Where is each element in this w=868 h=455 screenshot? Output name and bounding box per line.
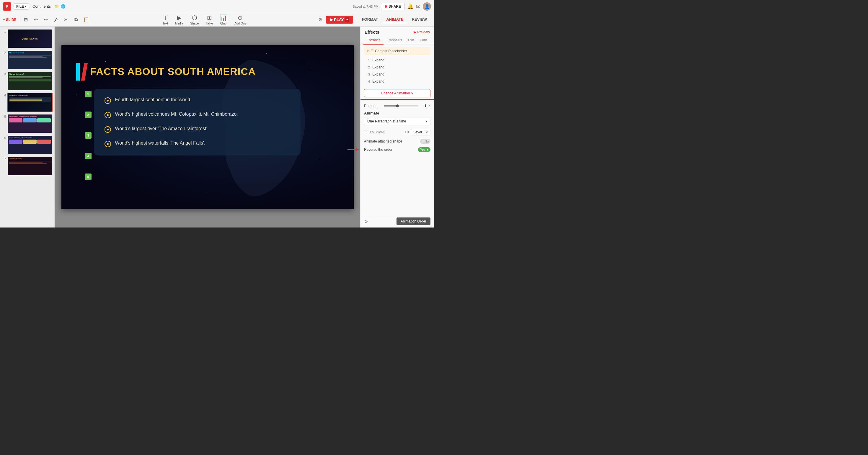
tool-chart[interactable]: 📊 Chart bbox=[217, 13, 230, 26]
placeholder-icon: ☰ bbox=[371, 49, 374, 53]
animate-section: Animate One Paragraph at a time ▾ bbox=[361, 109, 434, 127]
header-bar-blue bbox=[76, 63, 80, 80]
paste-button[interactable]: 📋 bbox=[82, 15, 91, 24]
tab-entrance[interactable]: Entrance bbox=[364, 36, 383, 44]
file-menu-button[interactable]: FILE ▾ bbox=[13, 3, 29, 10]
attached-shape-toggle[interactable]: || No bbox=[420, 139, 430, 144]
right-panel: Effects ▶ Preview Entrance Emphasis Exit… bbox=[360, 27, 434, 228]
anim-item-2[interactable]: 2 Expand bbox=[364, 64, 430, 71]
tool-shape[interactable]: ⬡ Shape bbox=[187, 13, 202, 26]
anim-item-3[interactable]: 3 Expand bbox=[364, 71, 430, 78]
duration-label: Duration bbox=[364, 104, 381, 108]
slide-thumb-3[interactable]: 3 What are Continents? bbox=[2, 71, 53, 91]
tab-review[interactable]: REVIEW bbox=[408, 16, 431, 23]
main-area: 1 CONTINENTS 2 What are Continents? 3 bbox=[0, 27, 434, 228]
reverse-order-row: Reverse the order Yes ● bbox=[361, 145, 434, 154]
slide-thumb-1[interactable]: 1 CONTINENTS bbox=[2, 29, 53, 48]
mail-icon[interactable]: ✉ bbox=[416, 3, 421, 10]
preview-button[interactable]: ▶ Preview bbox=[414, 30, 430, 34]
attached-shape-label: Animate attached shape bbox=[364, 139, 420, 143]
till-label: Till bbox=[404, 130, 409, 134]
slide-thumb-4[interactable]: 4 FACTS ABOUT SOUTH AMERICA bbox=[2, 93, 53, 112]
fact-circle-1 bbox=[104, 97, 111, 104]
effects-header: Effects ▶ Preview bbox=[361, 27, 434, 36]
copy-button[interactable]: ⧉ bbox=[72, 15, 81, 24]
by-checkbox[interactable] bbox=[364, 130, 368, 134]
table-icon: ⊞ bbox=[207, 14, 212, 21]
fact-circle-2 bbox=[104, 112, 111, 118]
content-box: Fourth largest continent in the world. W… bbox=[94, 89, 301, 156]
attached-shape-row: Animate attached shape || No bbox=[361, 137, 434, 145]
effect-tabs: Entrance Emphasis Exit Path bbox=[361, 36, 434, 45]
chart-icon: 📊 bbox=[220, 14, 227, 21]
tab-format[interactable]: FORMAT bbox=[358, 16, 382, 23]
till-dropdown[interactable]: Level 1 ▾ bbox=[411, 129, 430, 135]
duration-unit: s bbox=[429, 104, 431, 108]
layout-icon[interactable]: ⊟ bbox=[22, 15, 30, 24]
tab-animate[interactable]: ANIMATE bbox=[382, 16, 407, 23]
change-animation-button[interactable]: Change Animation ∨ bbox=[364, 89, 430, 97]
tool-addons[interactable]: ⊕ Add-Ons bbox=[231, 13, 249, 26]
reverse-order-toggle[interactable]: Yes ● bbox=[418, 147, 430, 152]
slide-thumb-5[interactable]: 5 North America is surrounded by four wa… bbox=[2, 114, 53, 133]
undo-button[interactable]: ↩ bbox=[32, 15, 40, 24]
header-bar-red bbox=[81, 63, 88, 80]
tool-text[interactable]: T Text bbox=[160, 13, 171, 26]
slide-title: FACTS ABOUT SOUTH AMERICA bbox=[90, 66, 256, 77]
slide-header: FACTS ABOUT SOUTH AMERICA bbox=[76, 63, 256, 80]
canvas-area[interactable]: FACTS ABOUT SOUTH AMERICA 1 2 3 4 5 Four… bbox=[55, 27, 360, 228]
app-logo: P bbox=[3, 2, 11, 11]
shape-icon: ⬡ bbox=[192, 14, 197, 21]
slide-panel: 1 CONTINENTS 2 What are Continents? 3 bbox=[0, 27, 55, 228]
play-button[interactable]: ▶ PLAY ▾ bbox=[326, 15, 353, 24]
toolbar: + SLIDE ⊟ ↩ ↪ 🖌 ✂ ⧉ 📋 T Text ▶ Media ⬡ S… bbox=[0, 13, 434, 27]
play-chevron-icon: ▾ bbox=[345, 18, 349, 22]
toggle-yes-icon: ● bbox=[427, 148, 429, 151]
file-chevron-icon: ▾ bbox=[25, 5, 26, 8]
fact-circle-4 bbox=[104, 141, 111, 147]
notifications-icon[interactable]: 🔔 bbox=[407, 3, 414, 10]
red-separator bbox=[361, 99, 434, 100]
content-placeholder-header[interactable]: ▼ ☰ Content Placeholder 1 bbox=[364, 47, 430, 55]
tab-exit[interactable]: Exit bbox=[405, 36, 417, 44]
duration-row: Duration 1 s bbox=[361, 103, 434, 109]
globe-icon: 🌐 bbox=[61, 4, 66, 8]
badge-5: 5 bbox=[85, 173, 92, 180]
tab-emphasis[interactable]: Emphasis bbox=[383, 36, 405, 44]
tool-table[interactable]: ⊞ Table bbox=[203, 13, 216, 26]
number-badges: 1 2 3 4 5 bbox=[85, 91, 92, 180]
duration-thumb bbox=[396, 104, 399, 107]
reverse-order-label: Reverse the order bbox=[364, 148, 418, 152]
badge-1: 1 bbox=[85, 91, 92, 97]
settings-icon[interactable]: ⚙ bbox=[318, 17, 322, 23]
slide-thumb-6[interactable]: 6 Africa is surrounded by four water bod… bbox=[2, 135, 53, 155]
add-slide-button[interactable]: + SLIDE bbox=[3, 18, 17, 22]
anim-item-4[interactable]: 4 Expand bbox=[364, 78, 430, 85]
tab-path[interactable]: Path bbox=[417, 36, 430, 44]
anim-item-1[interactable]: 1 Expand bbox=[364, 57, 430, 64]
cut-button[interactable]: ✂ bbox=[62, 15, 70, 24]
tool-media[interactable]: ▶ Media bbox=[172, 13, 186, 26]
slide-thumb-2[interactable]: 2 What are Continents? bbox=[2, 50, 53, 70]
dropdown-chevron-icon: ▾ bbox=[426, 119, 427, 123]
word-label: Word bbox=[376, 130, 384, 134]
user-avatar[interactable]: 👤 bbox=[423, 2, 431, 11]
format-painter-button[interactable]: 🖌 bbox=[52, 15, 61, 24]
center-toolbar: T Text ▶ Media ⬡ Shape ⊞ Table 📊 Chart ⊕… bbox=[160, 13, 249, 26]
animate-section-label: Animate bbox=[364, 111, 430, 116]
folder-icon: 📁 bbox=[54, 4, 59, 8]
badge-3: 3 bbox=[85, 132, 92, 139]
animation-order-button[interactable]: Animation Order bbox=[397, 218, 430, 225]
share-button[interactable]: SHARE bbox=[381, 3, 405, 10]
animate-dropdown[interactable]: One Paragraph at a time ▾ bbox=[364, 117, 430, 125]
by-row: By Word Till Level 1 ▾ bbox=[361, 127, 434, 137]
duration-slider[interactable] bbox=[384, 105, 418, 106]
slide-thumb-7[interactable]: 7 FACTS ABOUT EUROPE bbox=[2, 156, 53, 176]
redo-button[interactable]: ↪ bbox=[42, 15, 51, 24]
slide-canvas: FACTS ABOUT SOUTH AMERICA 1 2 3 4 5 Four… bbox=[61, 45, 354, 209]
effects-title: Effects bbox=[365, 30, 379, 35]
badge-4: 4 bbox=[85, 153, 92, 159]
animation-settings-icon[interactable]: ⚙ bbox=[364, 219, 368, 224]
till-chevron-icon: ▾ bbox=[426, 130, 428, 134]
save-status: Saved at 7:45 PM bbox=[353, 5, 378, 8]
